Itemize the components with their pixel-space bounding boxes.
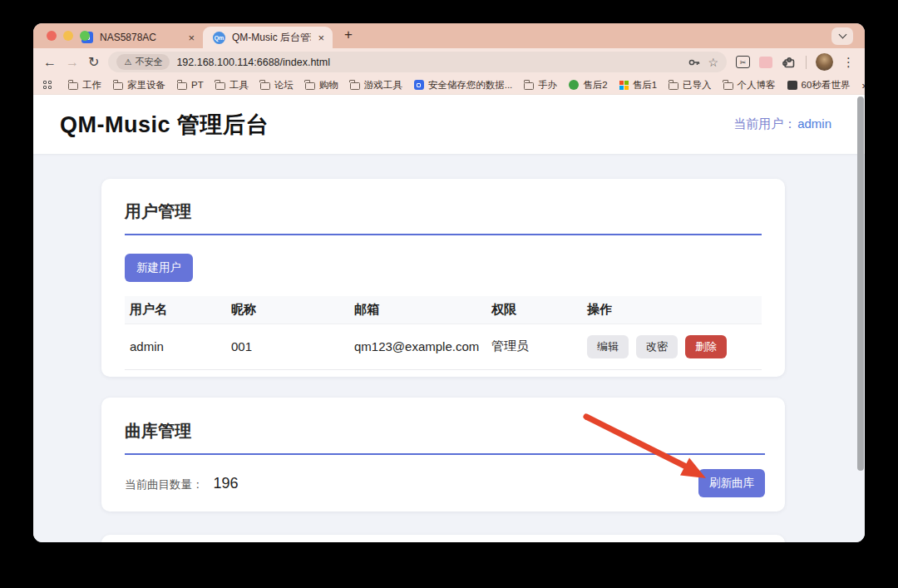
refresh-library-button[interactable]: 刷新曲库 (698, 469, 765, 497)
table-header-row: 用户名 昵称 邮箱 权限 操作 (125, 296, 762, 324)
new-tab-button[interactable]: + (344, 27, 353, 43)
cell-username: admin (125, 324, 226, 369)
bookmark-item[interactable]: 60秒看世界 (787, 79, 851, 91)
url-text: 192.168.100.114:6688/index.html (176, 57, 681, 68)
security-chip[interactable]: ⚠ 不安全 (116, 54, 170, 70)
library-card-title: 曲库管理 (125, 420, 765, 455)
apps-grid-icon[interactable] (43, 81, 52, 89)
zoom-window-button[interactable] (80, 31, 90, 41)
folder-icon (68, 82, 78, 90)
chevron-down-button[interactable] (831, 27, 853, 45)
cell-email: qm123@example.com (349, 324, 486, 369)
close-window-button[interactable] (47, 31, 57, 41)
qm-favicon-icon: Qm (213, 32, 225, 44)
col-email: 邮箱 (349, 296, 486, 324)
edit-user-button[interactable]: 编辑 (587, 335, 629, 358)
bookmark-item[interactable]: 售后1 (619, 79, 657, 91)
tab-title: QM-Music 后台管理 (232, 31, 311, 45)
chevron-down-icon (838, 31, 846, 39)
folder-icon (305, 82, 315, 90)
current-user-name: admin (797, 116, 831, 131)
library-count-row: 当前曲目数量：196 刷新曲库 (125, 469, 765, 497)
bookmarks-bar: 工作 家里设备 PT 工具 论坛 购物 游戏工具 安全储存您的数据... 手办 … (33, 76, 865, 95)
bookmark-item[interactable]: 工具 (215, 79, 249, 91)
bookmark-item[interactable]: PT (177, 80, 204, 90)
col-role: 权限 (486, 296, 582, 324)
col-actions: 操作 (582, 296, 762, 324)
reload-button[interactable]: ↻ (88, 56, 99, 69)
user-card-title: 用户管理 (125, 200, 762, 235)
row-actions: 编辑 改密 删除 (587, 335, 762, 358)
bookmark-item[interactable]: 游戏工具 (350, 79, 402, 91)
screenshot-extension-icon[interactable]: ✂ (736, 56, 750, 68)
page-scrollbar-thumb[interactable] (857, 96, 864, 471)
forward-button[interactable]: → (66, 56, 79, 69)
track-count-label: 当前曲目数量： (125, 478, 204, 491)
address-bar[interactable]: ⚠ 不安全 192.168.100.114:6688/index.html ☆ (108, 52, 727, 72)
toolbar-divider (806, 56, 807, 69)
browser-toolbar: ← → ↻ ⚠ 不安全 192.168.100.114:6688/index.h… (33, 48, 865, 76)
cell-nickname: 001 (226, 324, 349, 369)
tab-nas[interactable]: NAS5878AC × (72, 27, 203, 48)
bookmark-star-icon[interactable]: ☆ (708, 56, 718, 69)
bookmark-item[interactable]: 个人博客 (723, 79, 776, 91)
browser-window: NAS5878AC × Qm QM-Music 后台管理 × + ← → ↻ ⚠… (33, 23, 865, 542)
bookmark-item[interactable]: 安全储存您的数据... (414, 79, 513, 91)
change-password-button[interactable]: 改密 (636, 335, 678, 358)
extensions-puzzle-icon[interactable] (782, 55, 797, 70)
profile-avatar[interactable] (816, 53, 833, 71)
folder-icon (524, 82, 534, 90)
new-user-button[interactable]: 新建用户 (125, 254, 193, 282)
bookmark-item[interactable]: 论坛 (260, 79, 294, 91)
tab-qm-music-admin[interactable]: Qm QM-Music 后台管理 × (203, 27, 333, 48)
security-label: 不安全 (135, 56, 162, 68)
password-key-icon[interactable] (688, 57, 701, 68)
library-management-card: 曲库管理 当前曲目数量：196 刷新曲库 (101, 398, 785, 511)
folder-icon (177, 82, 187, 90)
next-card-sliver (101, 535, 785, 542)
bookmark-item[interactable]: 手办 (524, 79, 557, 91)
web-page: QM-Music 管理后台 当前用户：admin 用户管理 新建用户 用户名 昵… (33, 95, 865, 542)
tab-strip: NAS5878AC × Qm QM-Music 后台管理 × + (33, 23, 865, 48)
green-app-icon (569, 80, 579, 90)
bookmark-item[interactable]: 售后2 (569, 79, 607, 91)
delete-user-button[interactable]: 删除 (685, 335, 727, 358)
page-title: QM-Music 管理后台 (60, 110, 269, 140)
current-user-label: 当前用户： (733, 116, 796, 131)
folder-icon (723, 82, 733, 90)
warning-icon: ⚠ (124, 57, 131, 67)
dark-app-icon (787, 81, 797, 90)
folder-icon (215, 82, 225, 90)
traffic-lights (47, 31, 90, 41)
folder-icon (669, 82, 678, 90)
tab-title: NAS5878AC (100, 32, 156, 43)
user-table: 用户名 昵称 邮箱 权限 操作 admin 001 qm123@example.… (125, 296, 762, 370)
bookmark-item[interactable]: 家里设备 (113, 79, 165, 91)
page-header: QM-Music 管理后台 当前用户：admin (33, 95, 865, 154)
col-nickname: 昵称 (226, 296, 349, 324)
folder-icon (260, 82, 270, 90)
back-button[interactable]: ← (43, 56, 57, 69)
close-tab-icon[interactable]: × (318, 32, 324, 44)
microsoft-icon (619, 81, 629, 90)
bookmark-item[interactable]: 购物 (305, 79, 338, 91)
bookmark-item[interactable]: 工作 (68, 79, 101, 91)
browser-menu-icon[interactable]: ⋮ (842, 55, 855, 70)
close-tab-icon[interactable]: × (188, 32, 195, 44)
bookmark-item[interactable]: 已导入 (669, 79, 712, 91)
track-count-value: 196 (214, 475, 239, 492)
current-user-info: 当前用户：admin (733, 116, 831, 132)
user-management-card: 用户管理 新建用户 用户名 昵称 邮箱 权限 操作 admin 00 (101, 179, 785, 377)
pink-extension-icon[interactable] (759, 57, 772, 68)
folder-icon (350, 82, 360, 90)
col-username: 用户名 (125, 296, 226, 324)
folder-icon (113, 82, 123, 90)
table-row: admin 001 qm123@example.com 管理员 编辑 改密 删除 (125, 324, 762, 369)
bookmarks-overflow-button[interactable]: » (861, 79, 865, 91)
cell-role: 管理员 (486, 324, 582, 369)
minimize-window-button[interactable] (63, 31, 73, 41)
blue-app-icon (414, 80, 424, 90)
